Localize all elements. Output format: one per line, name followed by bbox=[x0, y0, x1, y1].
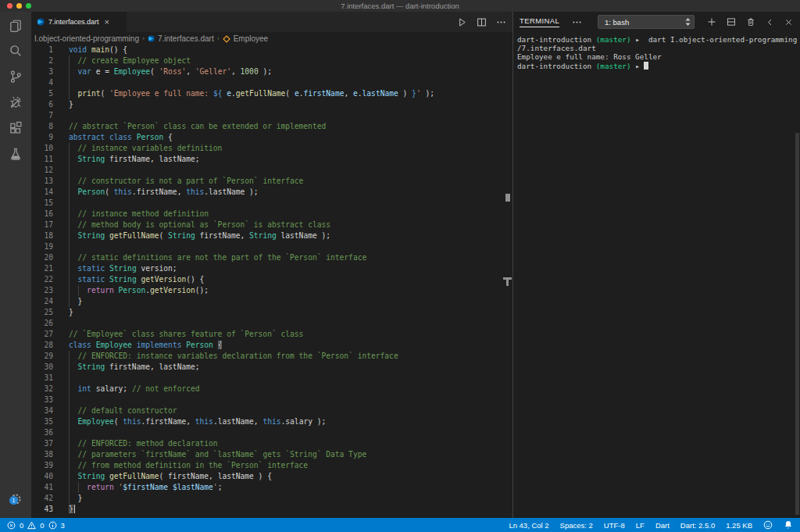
panel-header: TERMINAL 1: bash bbox=[513, 12, 800, 32]
encoding-setting[interactable]: UTF-8 bbox=[604, 521, 625, 530]
dart-file-icon bbox=[37, 18, 45, 26]
code-line[interactable]: 27// `Employee` class shares feature of … bbox=[31, 329, 512, 340]
line-number: 12 bbox=[31, 165, 69, 176]
feedback-smiley-icon[interactable] bbox=[763, 520, 773, 530]
warning-count: 0 bbox=[40, 521, 44, 530]
text-cursor bbox=[74, 505, 76, 513]
editor-group: 7.interfaces.dart × I.object-oriented-pr… bbox=[31, 12, 512, 518]
code-line[interactable]: 21 static String version; bbox=[31, 263, 512, 274]
sidebar-item-test[interactable] bbox=[0, 141, 31, 166]
code-line[interactable]: 15 bbox=[31, 198, 512, 209]
code-editor[interactable]: 1void main() {2 // create Employee objec… bbox=[31, 45, 512, 518]
code-line[interactable]: 7 bbox=[31, 110, 512, 121]
line-number: 24 bbox=[31, 296, 69, 307]
indentation-setting[interactable]: Spaces: 2 bbox=[560, 521, 593, 530]
problems-indicator[interactable]: 0 0 3 bbox=[7, 521, 65, 530]
code-line[interactable]: 33 bbox=[31, 395, 512, 405]
code-line[interactable]: 42 } bbox=[31, 493, 512, 504]
run-button[interactable] bbox=[457, 17, 467, 27]
terminal-shell-select[interactable]: 1: bash bbox=[598, 15, 695, 29]
code-line[interactable]: 22 static String getVersion() { bbox=[31, 274, 512, 285]
code-line[interactable]: 2 // create Employee object bbox=[31, 55, 512, 66]
class-symbol-icon bbox=[223, 34, 230, 43]
code-line[interactable]: 25} bbox=[31, 307, 512, 318]
code-line[interactable]: 13 // constructor is not a part of `Pers… bbox=[31, 176, 512, 187]
code-line[interactable]: 12 bbox=[31, 165, 512, 176]
code-line[interactable]: 23 return Person.getVersion(); bbox=[31, 285, 512, 296]
chevron-left-icon[interactable] bbox=[766, 18, 774, 27]
code-line[interactable]: 20 // static definitions are not the par… bbox=[31, 252, 512, 263]
status-bar: 0 0 3 Ln 43, Col 2 Spaces: 2 UTF-8 LF Da… bbox=[0, 518, 800, 532]
sidebar-item-search[interactable] bbox=[0, 37, 31, 63]
notifications-bell-icon[interactable] bbox=[784, 520, 793, 530]
cursor-position[interactable]: Ln 43, Col 2 bbox=[509, 521, 548, 530]
tab-7-interfaces-dart[interactable]: 7.interfaces.dart × bbox=[31, 12, 127, 32]
line-number: 21 bbox=[31, 263, 69, 274]
code-line[interactable]: 30 String firstName, lastName; bbox=[31, 362, 512, 373]
code-line[interactable]: 40 String getFullName( firstName, lastNa… bbox=[31, 471, 512, 482]
code-line[interactable]: 24 } bbox=[31, 296, 512, 307]
file-size[interactable]: 1.25 KB bbox=[726, 521, 752, 530]
terminal-line: Employee e full name: Ross Geller bbox=[517, 52, 800, 61]
line-number: 35 bbox=[31, 416, 69, 427]
code-line[interactable]: 5 print( 'Employee e full name: ${ e.get… bbox=[31, 88, 512, 99]
terminal-panel: TERMINAL 1: bash dart-introduction (mast… bbox=[512, 12, 800, 518]
panel-more-icon[interactable] bbox=[572, 17, 582, 27]
terminal-scrollbar[interactable] bbox=[795, 133, 799, 515]
code-line[interactable]: 38 // parameters `firstName` and `lastNa… bbox=[31, 449, 512, 460]
breadcrumb-folder[interactable]: I.object-oriented-programming bbox=[34, 34, 139, 43]
code-line[interactable]: 19 bbox=[31, 241, 512, 252]
code-line[interactable]: 17 // method body is optional as `Person… bbox=[31, 220, 512, 230]
code-line[interactable]: 10 // instance variables definition bbox=[31, 143, 512, 154]
new-terminal-icon[interactable] bbox=[707, 17, 716, 27]
code-line[interactable]: 29 // ENFORCED: instance variables decla… bbox=[31, 351, 512, 362]
code-line[interactable]: 16 // instance method definition bbox=[31, 209, 512, 220]
line-number: 5 bbox=[31, 88, 69, 99]
code-line[interactable]: 34 // default constructor bbox=[31, 405, 512, 416]
line-number: 25 bbox=[31, 307, 69, 318]
sidebar-item-source-control[interactable] bbox=[0, 63, 31, 89]
line-number: 7 bbox=[31, 110, 69, 121]
language-mode[interactable]: Dart bbox=[655, 521, 670, 530]
code-line[interactable]: 36 bbox=[31, 427, 512, 438]
code-line[interactable]: 3 var e = Employee( 'Ross', 'Geller', 10… bbox=[31, 66, 512, 77]
split-editor-button[interactable] bbox=[477, 17, 487, 27]
line-number: 10 bbox=[31, 143, 69, 154]
code-line[interactable]: 11 String firstName, lastName; bbox=[31, 154, 512, 165]
code-line[interactable]: 35 Employee( this.firstName, this.lastNa… bbox=[31, 416, 512, 427]
code-line[interactable]: 9abstract class Person { bbox=[31, 132, 512, 143]
code-line[interactable]: 31 bbox=[31, 373, 512, 384]
code-line[interactable]: 26 bbox=[31, 318, 512, 329]
close-panel-icon[interactable] bbox=[784, 18, 793, 27]
code-line[interactable]: 28class Employee implements Person { bbox=[31, 340, 512, 351]
code-line[interactable]: 37 // ENFORCED: method declaration bbox=[31, 438, 512, 449]
flask-icon bbox=[9, 147, 23, 161]
split-terminal-icon[interactable] bbox=[727, 17, 736, 27]
sidebar-item-debug[interactable] bbox=[0, 89, 31, 115]
breadcrumb-symbol[interactable]: Employee bbox=[234, 34, 268, 43]
activity-bar: 1 bbox=[0, 12, 31, 518]
breadcrumb-file[interactable]: 7.interfaces.dart bbox=[158, 34, 214, 43]
code-line[interactable]: 18 String getFullName( String firstName,… bbox=[31, 230, 512, 241]
code-line[interactable]: 6} bbox=[31, 99, 512, 110]
eol-setting[interactable]: LF bbox=[636, 521, 645, 530]
line-number: 29 bbox=[31, 351, 69, 362]
code-line[interactable]: 41 return '$firstName $lastName'; bbox=[31, 482, 512, 493]
code-line[interactable]: 39 // from method definition in the `Per… bbox=[31, 460, 512, 471]
kill-terminal-trash-icon[interactable] bbox=[746, 17, 755, 27]
manage-button[interactable]: 1 bbox=[0, 486, 31, 512]
sidebar-item-explorer[interactable] bbox=[0, 12, 31, 37]
code-line[interactable]: 4 bbox=[31, 77, 512, 88]
terminal-shell-label: 1: bash bbox=[605, 18, 685, 27]
code-line[interactable]: 8// abstract `Person` class can be exten… bbox=[31, 121, 512, 132]
terminal-output[interactable]: dart-introduction (master) ▸ dart I.obje… bbox=[513, 32, 800, 70]
tab-close-icon[interactable]: × bbox=[105, 17, 109, 27]
more-actions-icon[interactable] bbox=[496, 17, 506, 27]
code-line[interactable]: 43} bbox=[31, 504, 512, 515]
tab-terminal[interactable]: TERMINAL bbox=[520, 16, 559, 27]
sidebar-item-extensions[interactable] bbox=[0, 115, 31, 141]
dart-version[interactable]: Dart: 2.5.0 bbox=[680, 521, 715, 530]
code-line[interactable]: 32 int salary; // not enforced bbox=[31, 384, 512, 395]
code-line[interactable]: 1void main() { bbox=[31, 45, 512, 55]
code-line[interactable]: 14 Person( this.firstName, this.lastName… bbox=[31, 187, 512, 198]
